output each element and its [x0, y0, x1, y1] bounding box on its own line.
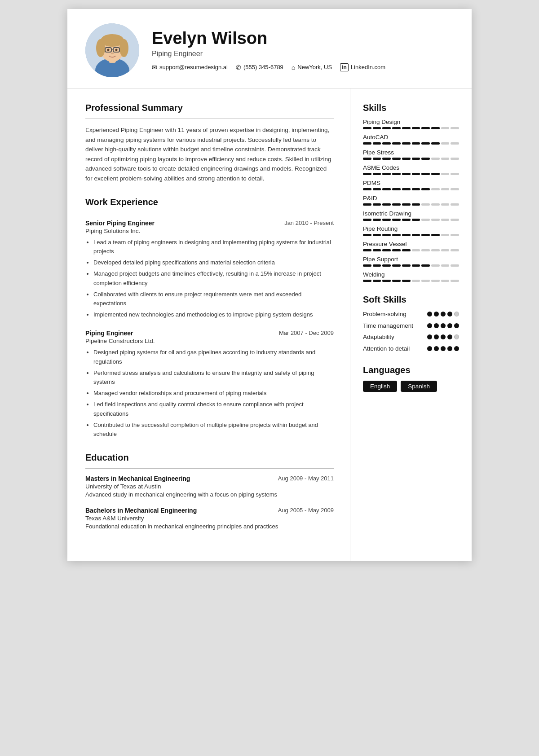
- edu-0-degree: Masters in Mechanical Engineering: [85, 475, 190, 482]
- skill-bar-segment: [431, 158, 440, 160]
- soft-skill-item-0: Problem-solving: [363, 310, 459, 318]
- skill-bar-segment: [392, 249, 401, 251]
- work-experience-section: Work Experience Senior Piping Engineer J…: [85, 197, 334, 440]
- header: Evelyn Wilson Piping Engineer ✉ support@…: [67, 9, 472, 88]
- dot: [434, 323, 439, 328]
- skill-name: ASME Codes: [363, 164, 459, 171]
- skill-bar-segment: [392, 173, 401, 175]
- skill-bar-segment: [412, 142, 420, 145]
- skill-bar-segment: [441, 142, 450, 145]
- header-info: Evelyn Wilson Piping Engineer ✉ support@…: [152, 29, 454, 71]
- skill-bar-segment: [382, 142, 391, 145]
- skill-bar: [363, 234, 459, 236]
- skill-bar-segment: [382, 203, 391, 206]
- skill-bar-segment: [392, 219, 401, 221]
- soft-skills-title: Soft Skills: [363, 294, 459, 305]
- edu-0: Masters in Mechanical Engineering Aug 20…: [85, 475, 334, 498]
- soft-skill-item-2: Adaptability: [363, 333, 459, 341]
- skill-bar: [363, 158, 459, 160]
- job-0-company: Piping Solutions Inc.: [85, 228, 334, 234]
- skill-bar: [363, 127, 459, 129]
- language-badge-0: English: [363, 381, 397, 392]
- skill-bar-segment: [363, 158, 371, 160]
- skill-bar-segment: [402, 127, 411, 129]
- email-text: support@resumedesign.ai: [159, 64, 228, 70]
- edu-1: Bachelors in Mechanical Engineering Aug …: [85, 507, 334, 530]
- svg-point-12: [111, 53, 114, 54]
- skill-item-0: Piping Design: [363, 119, 459, 129]
- skill-bar-segment: [451, 249, 459, 251]
- skill-bar-segment: [451, 280, 459, 282]
- skill-bar: [363, 219, 459, 221]
- skill-bar-segment: [412, 173, 420, 175]
- soft-skill-name: Problem-solving: [363, 310, 424, 318]
- contact-location: ⌂ NewYork, US: [292, 63, 332, 71]
- contact-linkedin: in LinkedIn.com: [340, 63, 385, 71]
- skill-bar-segment: [431, 203, 440, 206]
- skill-bar-segment: [373, 280, 381, 282]
- skill-bar-segment: [412, 158, 420, 160]
- summary-divider: [85, 119, 334, 119]
- edu-0-header: Masters in Mechanical Engineering Aug 20…: [85, 475, 334, 482]
- skill-bar-segment: [382, 219, 391, 221]
- skill-bar-segment: [412, 249, 420, 251]
- skill-bar-segment: [363, 234, 371, 236]
- skill-bar-segment: [431, 264, 440, 267]
- job-0-bullets: Lead a team of piping engineers in desig…: [85, 238, 334, 320]
- left-column: Professional Summary Experienced Piping …: [67, 88, 350, 561]
- list-item: Lead a team of piping engineers in desig…: [93, 238, 334, 257]
- skill-bar-segment: [392, 203, 401, 206]
- avatar: [85, 23, 139, 77]
- skill-bar-segment: [392, 264, 401, 267]
- skill-bar-segment: [421, 280, 430, 282]
- header-contacts: ✉ support@resumedesign.ai ✆ (555) 345-67…: [152, 63, 454, 71]
- soft-skill-name: Attention to detail: [363, 345, 424, 353]
- education-title: Education: [85, 453, 334, 463]
- job-0-dates: Jan 2010 - Present: [284, 220, 334, 226]
- skill-bar-segment: [373, 188, 381, 190]
- summary-title: Professional Summary: [85, 103, 334, 113]
- list-item: Contributed to the successful completion…: [93, 421, 334, 440]
- skill-name: Piping Design: [363, 119, 459, 125]
- list-item: Managed vendor relationships and procure…: [93, 389, 334, 398]
- dot: [454, 323, 459, 328]
- skill-bar-segment: [441, 158, 450, 160]
- edu-1-header: Bachelors in Mechanical Engineering Aug …: [85, 507, 334, 514]
- dot: [454, 346, 459, 351]
- linkedin-icon: in: [340, 63, 349, 71]
- skill-bar-segment: [412, 188, 420, 190]
- skill-bar-segment: [451, 264, 459, 267]
- skill-name: Pressure Vessel: [363, 241, 459, 247]
- skill-name: Pipe Routing: [363, 225, 459, 232]
- skill-bar-segment: [373, 142, 381, 145]
- skill-bar-segment: [451, 142, 459, 145]
- dot: [447, 334, 452, 339]
- skill-bar-segment: [363, 280, 371, 282]
- skill-bar-segment: [373, 264, 381, 267]
- job-0-title: Senior Piping Engineer: [85, 220, 155, 227]
- skill-bar-segment: [363, 219, 371, 221]
- skill-bar: [363, 188, 459, 190]
- skill-bar-segment: [412, 280, 420, 282]
- skill-bar-segment: [373, 158, 381, 160]
- skill-name: Pipe Support: [363, 256, 459, 263]
- job-0-header: Senior Piping Engineer Jan 2010 - Presen…: [85, 220, 334, 227]
- skill-name: Pipe Stress: [363, 149, 459, 156]
- list-item: Led field inspections and quality contro…: [93, 400, 334, 419]
- soft-skills-section: Soft Skills Problem-solvingTime manageme…: [363, 294, 459, 352]
- skill-item-2: Pipe Stress: [363, 149, 459, 160]
- skill-bar-segment: [431, 219, 440, 221]
- skill-bar-segment: [382, 127, 391, 129]
- dot: [427, 334, 432, 339]
- dot: [434, 334, 439, 339]
- work-divider: [85, 213, 334, 213]
- skill-bar-segment: [363, 264, 371, 267]
- skill-bar-segment: [392, 127, 401, 129]
- dot: [427, 312, 432, 316]
- skill-bar-segment: [392, 158, 401, 160]
- skill-bar-segment: [392, 280, 401, 282]
- list-item: Implemented new technologies and methodo…: [93, 310, 334, 320]
- skill-bar-segment: [363, 127, 371, 129]
- skill-bar-segment: [412, 127, 420, 129]
- skill-bar-segment: [402, 203, 411, 206]
